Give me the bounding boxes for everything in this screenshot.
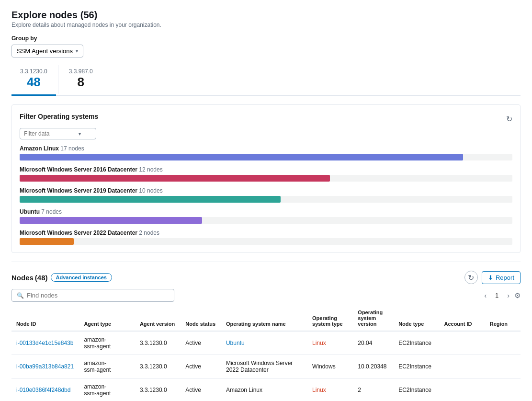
search-input[interactable] [27,292,169,299]
bar-label-0: Amazon Linux 17 nodes [20,145,512,152]
bar-node-count-3: 7 nodes [41,208,62,215]
nodes-title: Nodes [11,274,34,282]
filter-input[interactable] [24,130,77,137]
cell-agent-type: amazon- ssm-agent [79,378,135,401]
cell-node-type: EC2Instance [394,378,439,401]
cell-os-version: 10.0.20348 [353,355,394,378]
bar-node-count-0: 17 nodes [60,145,84,152]
tab-version-label-1: 3.3.1230.0 [20,68,47,75]
cell-os-type: Linux [307,331,353,355]
cell-node-id: i-010e0386f4f248dbd [11,378,79,401]
header-actions: ↻ ⬇ Report [464,271,521,284]
bar-track-3 [20,217,512,224]
bars-container: Amazon Linux 17 nodes Microsoft Windows … [20,145,512,245]
table-row: i-010e0386f4f248dbd amazon- ssm-agent 3.… [11,378,521,401]
cell-region [485,355,521,378]
refresh-icon[interactable]: ↻ [506,115,512,124]
cell-agent-version: 3.3.1230.0 [135,355,181,378]
col-os-version: Operating system version [353,306,394,331]
cell-account-id [439,355,485,378]
cell-os-type: Windows [307,355,353,378]
col-agent-type: Agent type [79,306,135,331]
cell-node-status: Active [181,378,221,401]
page-title-count: (56) [80,10,98,21]
next-page-button[interactable]: › [504,291,512,300]
filter-title: Filter Operating systems [20,113,98,120]
advanced-instances-badge: Advanced instances [51,273,112,282]
page-number: 1 [491,291,502,300]
bar-item-0: Amazon Linux 17 nodes [20,145,512,160]
cell-region [485,378,521,401]
cell-os-name: Amazon Linux [221,378,307,401]
page-subtitle: Explore details about managed nodes in y… [11,22,521,28]
cell-agent-type: amazon- ssm-agent [79,331,135,355]
bar-node-count-2: 10 nodes [139,187,162,194]
col-agent-version: Agent version [135,306,181,331]
cell-agent-version: 3.3.1230.0 [135,331,181,355]
cell-node-status: Active [181,331,221,355]
refresh-nodes-button[interactable]: ↻ [464,271,478,284]
chevron-down-icon: ▾ [76,48,78,54]
bar-fill-0 [20,154,463,160]
bar-label-1: Microsoft Windows Server 2016 Datacenter… [20,166,512,173]
search-wrap[interactable]: 🔍 [11,289,174,302]
tab-version-label-2: 3.3.987.0 [69,68,93,75]
col-node-type: Node type [394,306,439,331]
table-body: i-00133d4e1c15e843b amazon- ssm-agent 3.… [11,331,521,401]
bar-item-3: Ubuntu 7 nodes [20,208,512,224]
bar-item-2: Microsoft Windows Server 2019 Datacenter… [20,187,512,203]
report-label: Report [496,274,514,281]
cell-node-id: i-00133d4e1c15e843b [11,331,79,355]
tab-version-2[interactable]: 3.3.987.0 8 [60,64,102,95]
nodes-count: (48) [35,274,48,282]
filter-input-wrap[interactable]: ▾ [20,128,96,139]
bar-node-count-4: 2 nodes [139,229,159,236]
search-row: 🔍 ‹ 1 › ⚙ [11,289,521,302]
cell-node-id: i-00ba99a313b84a821 [11,355,79,378]
bar-label-2: Microsoft Windows Server 2019 Datacenter… [20,187,512,194]
col-region: Region [485,306,521,331]
bar-os-name-1: Microsoft Windows Server 2016 Datacenter [20,166,137,173]
cell-os-name: Ubuntu [221,331,307,355]
bar-track-2 [20,196,512,203]
bar-fill-1 [20,175,330,182]
bar-track-0 [20,154,512,160]
group-by-label: Group by [11,35,521,42]
bar-item-1: Microsoft Windows Server 2016 Datacenter… [20,166,512,182]
cell-os-version: 2 [353,378,394,401]
bar-fill-3 [20,217,202,224]
col-os-name: Operating system name [221,306,307,331]
bar-os-name-3: Ubuntu [20,208,40,215]
bar-os-name-2: Microsoft Windows Server 2019 Datacenter [20,187,137,194]
filter-section: Filter Operating systems ↻ ▾ Amazon Linu… [11,104,521,253]
cell-region [485,331,521,355]
bar-os-name-0: Amazon Linux [20,145,59,152]
report-button[interactable]: ⬇ Report [482,271,521,284]
bar-track-4 [20,238,512,245]
bar-label-4: Microsoft Windows Server 2022 Datacenter… [20,229,512,236]
table-settings-icon[interactable]: ⚙ [514,291,521,300]
cell-agent-version: 3.3.1230.0 [135,378,181,401]
chevron-down-icon: ▾ [79,131,81,137]
prev-page-button[interactable]: ‹ [481,291,489,300]
col-node-id: Node ID [11,306,79,331]
download-icon: ⬇ [488,274,493,281]
section-divider [11,262,521,262]
bar-os-name-4: Microsoft Windows Server 2022 Datacenter [20,229,137,236]
version-tabs: 3.3.1230.0 48 3.3.987.0 8 [11,64,521,96]
group-by-dropdown[interactable]: SSM Agent versions ▾ [11,45,83,57]
page-header: Explore nodes (56) Explore details about… [11,10,521,28]
node-id-link[interactable]: i-00ba99a313b84a821 [16,363,74,370]
tab-count-1: 48 [20,75,47,90]
bar-item-4: Microsoft Windows Server 2022 Datacenter… [20,229,512,245]
pagination: ‹ 1 › ⚙ [481,291,521,300]
group-by-value: SSM Agent versions [17,47,73,55]
node-id-link[interactable]: i-00133d4e1c15e843b [16,340,73,346]
table-row: i-00133d4e1c15e843b amazon- ssm-agent 3.… [11,331,521,355]
bar-label-3: Ubuntu 7 nodes [20,208,512,215]
cell-os-name: Microsoft Windows Server 2022 Datacenter [221,355,307,378]
cell-os-version: 20.04 [353,331,394,355]
node-id-link[interactable]: i-010e0386f4f248dbd [16,387,70,393]
table-row: i-00ba99a313b84a821 amazon- ssm-agent 3.… [11,355,521,378]
tab-version-1[interactable]: 3.3.1230.0 48 [11,64,56,96]
